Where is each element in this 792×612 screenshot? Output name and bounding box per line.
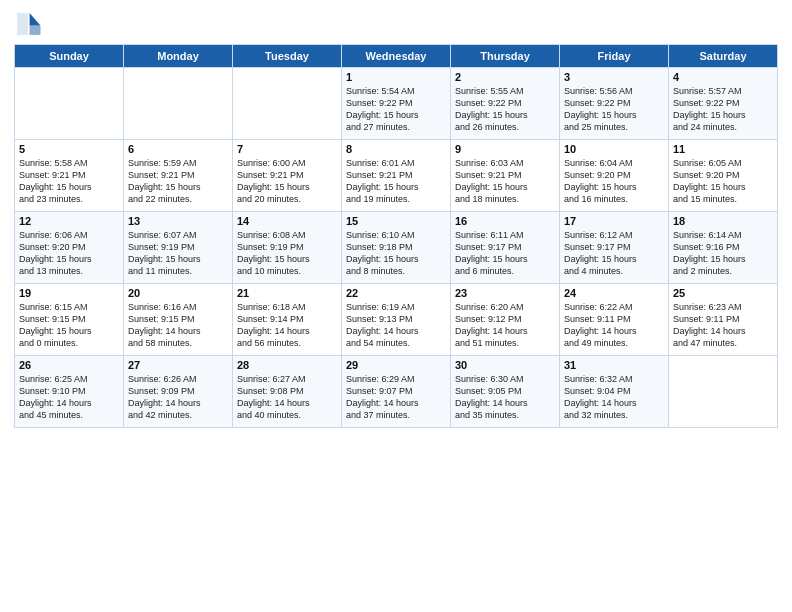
day-number: 19 [19, 287, 119, 299]
calendar-day-cell: 14Sunrise: 6:08 AM Sunset: 9:19 PM Dayli… [233, 212, 342, 284]
day-number: 2 [455, 71, 555, 83]
day-info: Sunrise: 5:58 AM Sunset: 9:21 PM Dayligh… [19, 157, 119, 206]
day-of-week-header: Sunday [15, 45, 124, 68]
svg-rect-2 [17, 13, 28, 35]
calendar-day-cell [669, 356, 778, 428]
logo [14, 10, 46, 38]
day-info: Sunrise: 6:23 AM Sunset: 9:11 PM Dayligh… [673, 301, 773, 350]
calendar-day-cell [124, 68, 233, 140]
calendar-day-cell: 1Sunrise: 5:54 AM Sunset: 9:22 PM Daylig… [342, 68, 451, 140]
day-info: Sunrise: 6:07 AM Sunset: 9:19 PM Dayligh… [128, 229, 228, 278]
calendar-day-cell: 18Sunrise: 6:14 AM Sunset: 9:16 PM Dayli… [669, 212, 778, 284]
day-info: Sunrise: 6:04 AM Sunset: 9:20 PM Dayligh… [564, 157, 664, 206]
calendar-day-cell: 16Sunrise: 6:11 AM Sunset: 9:17 PM Dayli… [451, 212, 560, 284]
day-number: 29 [346, 359, 446, 371]
day-info: Sunrise: 6:25 AM Sunset: 9:10 PM Dayligh… [19, 373, 119, 422]
calendar-day-cell: 27Sunrise: 6:26 AM Sunset: 9:09 PM Dayli… [124, 356, 233, 428]
day-info: Sunrise: 6:20 AM Sunset: 9:12 PM Dayligh… [455, 301, 555, 350]
day-number: 16 [455, 215, 555, 227]
day-number: 3 [564, 71, 664, 83]
day-info: Sunrise: 6:18 AM Sunset: 9:14 PM Dayligh… [237, 301, 337, 350]
day-number: 10 [564, 143, 664, 155]
day-info: Sunrise: 6:05 AM Sunset: 9:20 PM Dayligh… [673, 157, 773, 206]
calendar-day-cell: 31Sunrise: 6:32 AM Sunset: 9:04 PM Dayli… [560, 356, 669, 428]
day-info: Sunrise: 6:00 AM Sunset: 9:21 PM Dayligh… [237, 157, 337, 206]
calendar-container: SundayMondayTuesdayWednesdayThursdayFrid… [0, 0, 792, 612]
calendar-day-cell: 7Sunrise: 6:00 AM Sunset: 9:21 PM Daylig… [233, 140, 342, 212]
svg-marker-1 [30, 26, 41, 35]
calendar-day-cell [15, 68, 124, 140]
day-of-week-header: Monday [124, 45, 233, 68]
calendar-day-cell: 26Sunrise: 6:25 AM Sunset: 9:10 PM Dayli… [15, 356, 124, 428]
day-number: 4 [673, 71, 773, 83]
day-number: 31 [564, 359, 664, 371]
calendar-day-cell: 23Sunrise: 6:20 AM Sunset: 9:12 PM Dayli… [451, 284, 560, 356]
header [14, 10, 778, 38]
day-info: Sunrise: 6:14 AM Sunset: 9:16 PM Dayligh… [673, 229, 773, 278]
calendar-week-row: 26Sunrise: 6:25 AM Sunset: 9:10 PM Dayli… [15, 356, 778, 428]
calendar-day-cell [233, 68, 342, 140]
day-info: Sunrise: 6:27 AM Sunset: 9:08 PM Dayligh… [237, 373, 337, 422]
calendar-day-cell: 8Sunrise: 6:01 AM Sunset: 9:21 PM Daylig… [342, 140, 451, 212]
calendar-day-cell: 9Sunrise: 6:03 AM Sunset: 9:21 PM Daylig… [451, 140, 560, 212]
calendar-header: SundayMondayTuesdayWednesdayThursdayFrid… [15, 45, 778, 68]
day-info: Sunrise: 5:54 AM Sunset: 9:22 PM Dayligh… [346, 85, 446, 134]
day-number: 6 [128, 143, 228, 155]
day-info: Sunrise: 6:08 AM Sunset: 9:19 PM Dayligh… [237, 229, 337, 278]
calendar-day-cell: 28Sunrise: 6:27 AM Sunset: 9:08 PM Dayli… [233, 356, 342, 428]
day-info: Sunrise: 6:01 AM Sunset: 9:21 PM Dayligh… [346, 157, 446, 206]
calendar-day-cell: 30Sunrise: 6:30 AM Sunset: 9:05 PM Dayli… [451, 356, 560, 428]
day-info: Sunrise: 6:06 AM Sunset: 9:20 PM Dayligh… [19, 229, 119, 278]
calendar-day-cell: 20Sunrise: 6:16 AM Sunset: 9:15 PM Dayli… [124, 284, 233, 356]
calendar-day-cell: 12Sunrise: 6:06 AM Sunset: 9:20 PM Dayli… [15, 212, 124, 284]
calendar-day-cell: 4Sunrise: 5:57 AM Sunset: 9:22 PM Daylig… [669, 68, 778, 140]
day-info: Sunrise: 5:55 AM Sunset: 9:22 PM Dayligh… [455, 85, 555, 134]
day-number: 26 [19, 359, 119, 371]
day-number: 30 [455, 359, 555, 371]
day-number: 13 [128, 215, 228, 227]
calendar-day-cell: 13Sunrise: 6:07 AM Sunset: 9:19 PM Dayli… [124, 212, 233, 284]
day-number: 5 [19, 143, 119, 155]
day-number: 27 [128, 359, 228, 371]
day-number: 20 [128, 287, 228, 299]
day-info: Sunrise: 6:29 AM Sunset: 9:07 PM Dayligh… [346, 373, 446, 422]
calendar-day-cell: 24Sunrise: 6:22 AM Sunset: 9:11 PM Dayli… [560, 284, 669, 356]
day-number: 7 [237, 143, 337, 155]
calendar-week-row: 5Sunrise: 5:58 AM Sunset: 9:21 PM Daylig… [15, 140, 778, 212]
day-number: 21 [237, 287, 337, 299]
day-of-week-header: Thursday [451, 45, 560, 68]
day-info: Sunrise: 6:03 AM Sunset: 9:21 PM Dayligh… [455, 157, 555, 206]
day-number: 25 [673, 287, 773, 299]
day-info: Sunrise: 6:11 AM Sunset: 9:17 PM Dayligh… [455, 229, 555, 278]
day-of-week-header: Friday [560, 45, 669, 68]
calendar-week-row: 12Sunrise: 6:06 AM Sunset: 9:20 PM Dayli… [15, 212, 778, 284]
day-info: Sunrise: 6:32 AM Sunset: 9:04 PM Dayligh… [564, 373, 664, 422]
calendar-day-cell: 15Sunrise: 6:10 AM Sunset: 9:18 PM Dayli… [342, 212, 451, 284]
calendar-day-cell: 29Sunrise: 6:29 AM Sunset: 9:07 PM Dayli… [342, 356, 451, 428]
day-number: 24 [564, 287, 664, 299]
svg-marker-0 [30, 13, 41, 25]
day-info: Sunrise: 6:16 AM Sunset: 9:15 PM Dayligh… [128, 301, 228, 350]
day-number: 28 [237, 359, 337, 371]
calendar-day-cell: 21Sunrise: 6:18 AM Sunset: 9:14 PM Dayli… [233, 284, 342, 356]
day-number: 17 [564, 215, 664, 227]
day-of-week-header: Tuesday [233, 45, 342, 68]
calendar-day-cell: 17Sunrise: 6:12 AM Sunset: 9:17 PM Dayli… [560, 212, 669, 284]
day-number: 12 [19, 215, 119, 227]
days-of-week-row: SundayMondayTuesdayWednesdayThursdayFrid… [15, 45, 778, 68]
calendar-day-cell: 22Sunrise: 6:19 AM Sunset: 9:13 PM Dayli… [342, 284, 451, 356]
calendar-week-row: 19Sunrise: 6:15 AM Sunset: 9:15 PM Dayli… [15, 284, 778, 356]
calendar-week-row: 1Sunrise: 5:54 AM Sunset: 9:22 PM Daylig… [15, 68, 778, 140]
day-number: 1 [346, 71, 446, 83]
calendar-day-cell: 10Sunrise: 6:04 AM Sunset: 9:20 PM Dayli… [560, 140, 669, 212]
day-info: Sunrise: 6:22 AM Sunset: 9:11 PM Dayligh… [564, 301, 664, 350]
day-info: Sunrise: 5:59 AM Sunset: 9:21 PM Dayligh… [128, 157, 228, 206]
day-info: Sunrise: 6:30 AM Sunset: 9:05 PM Dayligh… [455, 373, 555, 422]
day-number: 8 [346, 143, 446, 155]
day-of-week-header: Saturday [669, 45, 778, 68]
day-number: 9 [455, 143, 555, 155]
calendar-table: SundayMondayTuesdayWednesdayThursdayFrid… [14, 44, 778, 428]
calendar-day-cell: 11Sunrise: 6:05 AM Sunset: 9:20 PM Dayli… [669, 140, 778, 212]
calendar-day-cell: 6Sunrise: 5:59 AM Sunset: 9:21 PM Daylig… [124, 140, 233, 212]
day-number: 15 [346, 215, 446, 227]
